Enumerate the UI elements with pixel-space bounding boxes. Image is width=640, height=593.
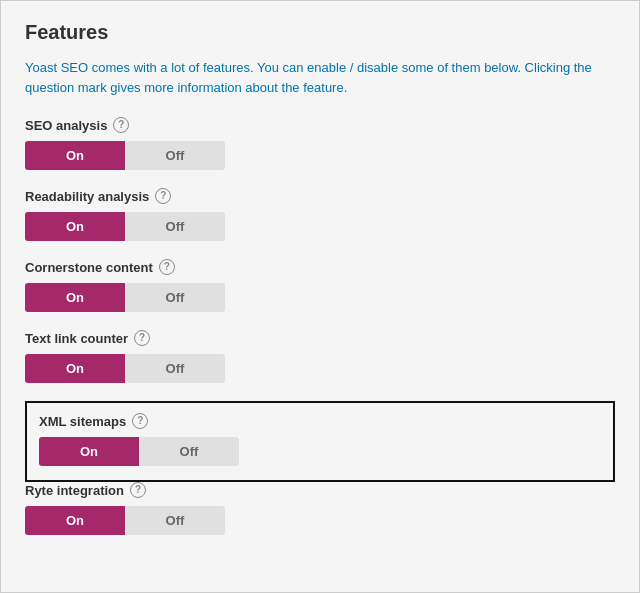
toggle-group-seo-analysis: OnOff	[25, 141, 225, 170]
help-icon-cornerstone-content[interactable]: ?	[159, 259, 175, 275]
feature-item-xml-sitemaps: XML sitemaps?OnOff	[25, 401, 615, 482]
toggle-on-text-link-counter[interactable]: On	[25, 354, 125, 383]
help-icon-text-link-counter[interactable]: ?	[134, 330, 150, 346]
feature-label-seo-analysis: SEO analysis	[25, 118, 107, 133]
feature-label-row-text-link-counter: Text link counter?	[25, 330, 615, 346]
features-panel: Features Yoast SEO comes with a lot of f…	[0, 0, 640, 593]
toggle-off-seo-analysis[interactable]: Off	[125, 141, 225, 170]
feature-label-ryte-integration: Ryte integration	[25, 483, 124, 498]
feature-label-text-link-counter: Text link counter	[25, 331, 128, 346]
toggle-group-ryte-integration: OnOff	[25, 506, 225, 535]
panel-description: Yoast SEO comes with a lot of features. …	[25, 58, 615, 97]
toggle-off-ryte-integration[interactable]: Off	[125, 506, 225, 535]
help-icon-xml-sitemaps[interactable]: ?	[132, 413, 148, 429]
toggle-on-cornerstone-content[interactable]: On	[25, 283, 125, 312]
feature-label-row-seo-analysis: SEO analysis?	[25, 117, 615, 133]
feature-item-seo-analysis: SEO analysis?OnOff	[25, 117, 615, 170]
feature-item-cornerstone-content: Cornerstone content?OnOff	[25, 259, 615, 312]
feature-item-ryte-integration: Ryte integration?OnOff	[25, 482, 615, 535]
toggle-on-xml-sitemaps[interactable]: On	[39, 437, 139, 466]
toggle-off-readability-analysis[interactable]: Off	[125, 212, 225, 241]
toggle-off-xml-sitemaps[interactable]: Off	[139, 437, 239, 466]
toggle-group-cornerstone-content: OnOff	[25, 283, 225, 312]
panel-title: Features	[25, 21, 615, 44]
feature-label-cornerstone-content: Cornerstone content	[25, 260, 153, 275]
feature-item-text-link-counter: Text link counter?OnOff	[25, 330, 615, 383]
toggle-on-readability-analysis[interactable]: On	[25, 212, 125, 241]
toggle-on-seo-analysis[interactable]: On	[25, 141, 125, 170]
toggle-group-text-link-counter: OnOff	[25, 354, 225, 383]
toggle-off-text-link-counter[interactable]: Off	[125, 354, 225, 383]
feature-label-row-xml-sitemaps: XML sitemaps?	[39, 413, 601, 429]
help-icon-readability-analysis[interactable]: ?	[155, 188, 171, 204]
feature-label-readability-analysis: Readability analysis	[25, 189, 149, 204]
help-icon-ryte-integration[interactable]: ?	[130, 482, 146, 498]
toggle-off-cornerstone-content[interactable]: Off	[125, 283, 225, 312]
toggle-group-readability-analysis: OnOff	[25, 212, 225, 241]
feature-label-row-readability-analysis: Readability analysis?	[25, 188, 615, 204]
feature-label-row-ryte-integration: Ryte integration?	[25, 482, 615, 498]
features-list: SEO analysis?OnOffReadability analysis?O…	[25, 117, 615, 535]
feature-label-row-cornerstone-content: Cornerstone content?	[25, 259, 615, 275]
help-icon-seo-analysis[interactable]: ?	[113, 117, 129, 133]
toggle-group-xml-sitemaps: OnOff	[39, 437, 239, 466]
toggle-on-ryte-integration[interactable]: On	[25, 506, 125, 535]
feature-item-readability-analysis: Readability analysis?OnOff	[25, 188, 615, 241]
feature-label-xml-sitemaps: XML sitemaps	[39, 414, 126, 429]
